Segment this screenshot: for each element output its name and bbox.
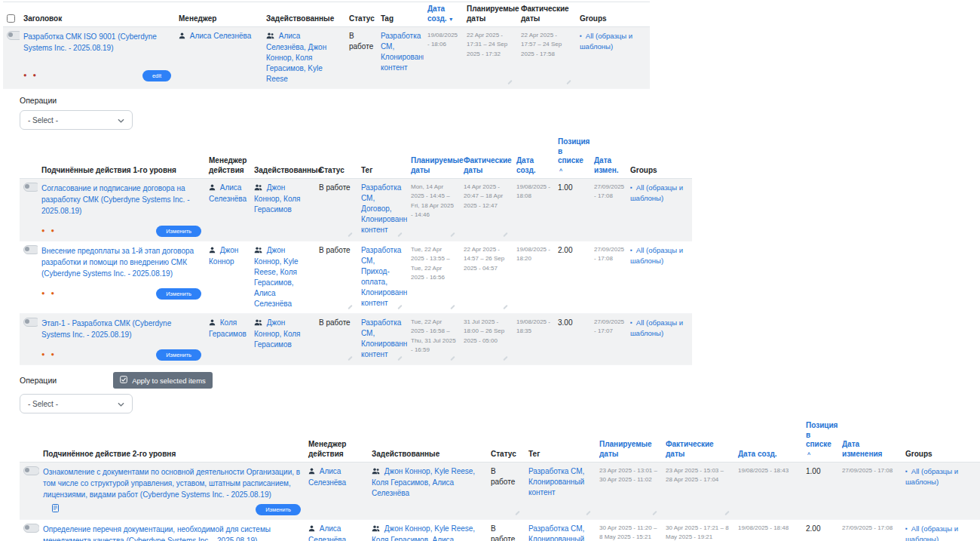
header-changed-sort[interactable]: Дата изменения: [838, 419, 902, 463]
actual-dates[interactable]: 22 Apr 2025 - 14:57 – 26 Sep 2025 - 04:5…: [460, 241, 513, 314]
header-created-sort[interactable]: Дата созд.: [734, 419, 802, 463]
groups-link[interactable]: All (образцы и шаблоны): [630, 318, 683, 337]
planned-dates[interactable]: Tue, 22 Apr 2025 - 16:58 – Thu, 31 Jul 2…: [407, 314, 460, 365]
operations-select-2-value: - Select -: [28, 400, 58, 408]
header-title: Подчинённые действия 1-го уровня: [38, 135, 205, 179]
header-created-sort[interactable]: Дата созд.▼: [424, 2, 463, 27]
tag-link[interactable]: Разработка СМ, Клонированный контент: [528, 524, 584, 541]
person-icon: [179, 32, 185, 42]
header-created-label[interactable]: Дата созд.: [427, 5, 447, 23]
task-title-link[interactable]: Этап-1 - Разработка СМК (Cyberdyne Syste…: [41, 318, 201, 340]
operations-section-1: Операции - Select -: [20, 96, 980, 130]
apply-to-selected-button[interactable]: Apply to selected items: [113, 372, 213, 389]
involved-link[interactable]: Алиса Селезнёва, Джон Коннор, Коля Герас…: [266, 32, 326, 83]
groups-link[interactable]: All (образцы и шаблоны): [905, 467, 958, 486]
created-date: 19/08/2025 - 18:43: [734, 463, 802, 520]
actual-dates[interactable]: 23 Apr 2025 - 15:03 – 28 Apr 2025 - 17:0…: [662, 463, 734, 520]
row-toggle[interactable]: [23, 245, 38, 254]
document-icon[interactable]: [52, 504, 59, 515]
status-text: В работе: [315, 241, 357, 314]
bullet-icon: ▪: [630, 247, 632, 254]
actual-dates[interactable]: 31 Jul 2025 - 18:00 – 26 Sep 2025 - 05:0…: [460, 314, 513, 365]
header-manager: Менеджер: [175, 2, 262, 27]
group-icon: [254, 318, 262, 329]
row-toggle[interactable]: [7, 31, 20, 40]
status-text: В работе: [315, 179, 357, 241]
status-text: В работе: [487, 463, 525, 520]
task-title-link[interactable]: Определение перечня документации, необхо…: [43, 524, 301, 541]
header-actual: Фактические даты: [517, 2, 576, 27]
header-involved: Задействованные: [262, 2, 345, 27]
person-icon: [209, 318, 216, 329]
planned-dates[interactable]: 22 Apr 2025 - 17:31 – 24 Sep 2025 - 17:3…: [463, 27, 517, 89]
select-all-checkbox[interactable]: [7, 14, 15, 23]
changed-date: 27/09/2025 - 17:08: [838, 463, 902, 520]
subtask-row: Внесение предоплаты за 1-й этап договора…: [20, 241, 692, 314]
actual-dates[interactable]: 22 Apr 2025 - 17:57 – 24 Sep 2025 - 17:5…: [517, 27, 576, 89]
groups-link[interactable]: All (образцы и шаблоны): [630, 246, 683, 265]
change-button[interactable]: Изменить: [256, 504, 301, 515]
parent-task-row: Разработка СМК ISO 9001 (Cyberdyne Syste…: [3, 27, 650, 89]
header-actual-sort[interactable]: Фактические даты: [662, 419, 734, 463]
changed-date: 27/09/2025 - 17:08: [590, 241, 626, 314]
tag-link[interactable]: Разработка СМ, Клонированный контент: [528, 467, 584, 496]
planned-dates[interactable]: Tue, 22 Apr 2025 - 13:55 – Tue, 22 Apr 2…: [407, 241, 460, 314]
change-button[interactable]: Изменить: [156, 226, 201, 237]
groups-link[interactable]: All (образцы и шаблоны): [580, 32, 632, 51]
header-position-label[interactable]: Позиция в списке: [806, 421, 838, 448]
level2-subtasks-table: Подчинённое действие 2-го уровня Менедже…: [20, 419, 980, 541]
changed-date: 27/09/2025 - 17:08: [590, 179, 626, 241]
header-position-label[interactable]: Позиция в списке: [558, 137, 590, 164]
group-icon: [254, 246, 262, 257]
task-title-link[interactable]: Ознакомление с документами по основной д…: [43, 466, 301, 500]
operations-select-2[interactable]: - Select -: [20, 394, 133, 413]
task-title-link[interactable]: Внесение предоплаты за 1-й этап договора…: [41, 245, 201, 279]
header-changed-sort[interactable]: Дата измен.: [590, 135, 626, 179]
header-planned-sort[interactable]: Планируемые даты: [596, 419, 662, 463]
row-toggle[interactable]: [23, 524, 39, 533]
task-title-link[interactable]: Согласование и подписание договора на ра…: [41, 183, 201, 217]
tag-link[interactable]: Разработка СМ, Приход-оплата, Клонирован…: [361, 246, 407, 307]
header-title: Заголовок: [20, 2, 175, 27]
row-toggle[interactable]: [23, 318, 38, 327]
subtask-row: Согласование и подписание договора на ра…: [20, 179, 692, 241]
tag-link[interactable]: Разработка СМ, Клонированный контент: [381, 32, 424, 72]
row-toggle[interactable]: [23, 183, 38, 192]
operations-select[interactable]: - Select -: [20, 110, 133, 130]
apply-button-label: Apply to selected items: [132, 377, 206, 385]
header-planned-sort[interactable]: Планируемые даты: [407, 135, 460, 179]
status-dots-icon: ● ●: [41, 227, 57, 235]
chevron-down-icon: [118, 116, 124, 124]
change-button[interactable]: Изменить: [156, 349, 201, 361]
header-position-sort[interactable]: Позиция в списке ^: [554, 135, 590, 179]
created-date: 19/08/2025 - 18:48: [734, 520, 802, 541]
header-created-sort[interactable]: Дата созд.: [513, 135, 554, 179]
involved-link[interactable]: Джон Коннор, Kyle Reese, Коля Герасимов,…: [372, 467, 475, 497]
select-all-cell: [3, 2, 20, 27]
header-position-sort[interactable]: Позиция в списке ^: [802, 419, 838, 463]
actual-dates[interactable]: 14 Apr 2025 - 20:47 – 18 Apr 2025 - 12:4…: [460, 179, 513, 241]
actual-dates[interactable]: 30 Apr 2025 - 17:21 – 8 May 2025 - 19:21: [662, 520, 734, 541]
groups-link[interactable]: All (образцы и шаблоны): [905, 524, 958, 541]
task-title-link[interactable]: Разработка СМК ISO 9001 (Cyberdyne Syste…: [23, 31, 171, 54]
manager-link[interactable]: Алиса Селезнёва: [190, 32, 252, 40]
groups-link[interactable]: All (образцы и шаблоны): [630, 183, 683, 202]
operations-label: Операции: [20, 96, 980, 105]
status-text: В работе: [345, 27, 377, 89]
group-icon: [372, 524, 380, 535]
edit-button[interactable]: edit: [142, 70, 171, 81]
planned-dates[interactable]: 23 Apr 2025 - 13:01 – 30 Apr 2025 - 11:0…: [596, 463, 662, 520]
level1-subtasks-table: Подчинённые действия 1-го уровня Менедже…: [20, 135, 692, 365]
involved-link[interactable]: Джон Коннор, Kyle Reese, Коля Герасимов,…: [372, 524, 475, 541]
planned-dates[interactable]: Mon, 14 Apr 2025 - 14:45 – Fri, 18 Apr 2…: [407, 179, 460, 241]
change-button[interactable]: Изменить: [156, 288, 201, 300]
position-value: 3.00: [554, 314, 590, 365]
row-toggle[interactable]: [23, 466, 39, 475]
subtask-row: Ознакомление с документами по основной д…: [20, 463, 980, 520]
created-date: 19/08/2025 - 18:08: [513, 179, 554, 241]
planned-dates[interactable]: 30 Apr 2025 - 11:20 – 8 May 2025 - 15:21: [596, 520, 662, 541]
header-actual-sort[interactable]: Фактические даты: [460, 135, 513, 179]
tag-link[interactable]: Разработка СМ, Договор, Клонированный ко…: [361, 183, 407, 234]
tag-link[interactable]: Разработка СМ, Клонированный контент: [361, 318, 407, 358]
header-status: Статус: [345, 2, 377, 27]
